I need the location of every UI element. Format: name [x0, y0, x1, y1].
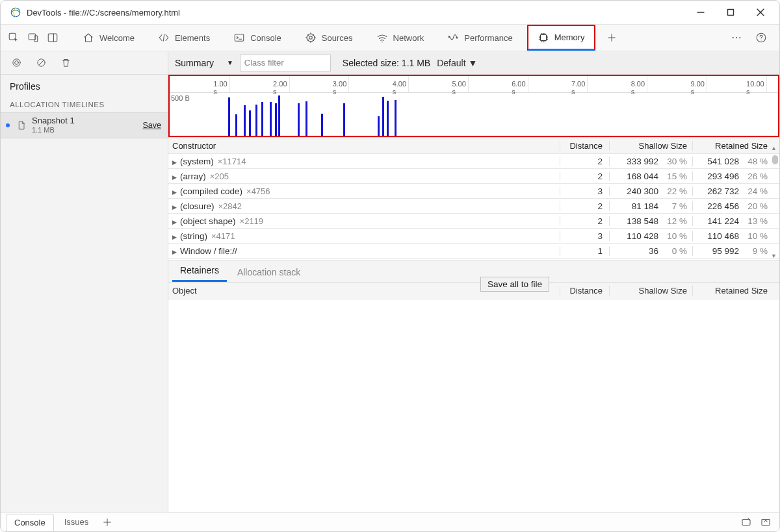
table-row[interactable]: ▶(system)×117142333 99230 %541 02848 % [168, 154, 779, 169]
svg-point-42 [12, 59, 20, 66]
base-snapshot-dropdown[interactable]: Default ▼ [437, 58, 477, 68]
table-row[interactable]: ▶(compiled code)×47563240 30022 %262 732… [168, 184, 779, 199]
allocation-bar [387, 101, 389, 136]
tab-network[interactable]: Network [367, 25, 434, 51]
delete-icon[interactable] [57, 54, 75, 72]
drawer-tab-console[interactable]: Console [6, 514, 54, 531]
table-row[interactable]: ▶(string)×41713110 42810 %110 46810 % [168, 229, 779, 244]
help-icon[interactable] [752, 29, 770, 47]
constructor-grid-body: ▶(system)×117142333 99230 %541 02848 %▶(… [168, 154, 779, 260]
clear-icon[interactable] [32, 54, 50, 72]
minimize-button[interactable] [686, 2, 716, 23]
filter-toolbar: Summary ▼ Class filter Selected size: 1.… [168, 51, 779, 75]
col-retained-size[interactable]: Retained Size▲ [692, 141, 779, 151]
allocation-bar [382, 97, 384, 136]
col-retained-size[interactable]: Retained Size [692, 286, 779, 296]
drawer-tab-issues[interactable]: Issues [57, 514, 97, 530]
profiles-heading: Profiles [1, 75, 168, 95]
class-filter-input[interactable]: Class filter [240, 55, 331, 71]
svg-line-18 [307, 40, 309, 41]
allocation-bar [249, 110, 251, 136]
window-frame: DevTools - file:///C:/screens/memory.htm… [0, 0, 780, 532]
allocation-bar [306, 101, 307, 136]
view-dropdown[interactable]: Summary ▼ [168, 51, 240, 74]
tab-elements[interactable]: Elements [149, 25, 219, 51]
dock-side-icon[interactable] [44, 29, 62, 47]
timeline-tick: 9.00 s [707, 76, 707, 93]
col-shallow-size[interactable]: Shallow Size [609, 286, 692, 296]
caret-down-icon: ▼ [469, 58, 478, 68]
constructor-grid-header: Constructor Distance Shallow Size Retain… [168, 137, 779, 154]
table-row[interactable]: ▶(object shape)×21192138 54812 %141 2241… [168, 214, 779, 229]
allocation-bar [343, 103, 345, 136]
tab-sources[interactable]: Sources [296, 25, 362, 51]
table-row[interactable]: ▶(array)×2052168 04415 %293 49626 % [168, 169, 779, 184]
svg-point-41 [760, 40, 761, 40]
tab-memory[interactable]: Memory [527, 25, 595, 51]
tab-performance[interactable]: Performance [438, 25, 521, 51]
retainers-grid-header: Object Distance Shallow Size Retained Si… [168, 283, 779, 299]
col-distance[interactable]: Distance [560, 141, 609, 151]
timeline-tick: 3.00 s [348, 76, 349, 93]
title-bar: DevTools - file:///C:/screens/memory.htm… [1, 1, 779, 24]
allocation-bar [255, 105, 257, 136]
svg-point-0 [11, 8, 20, 17]
main-area: Profiles ALLOCATION TIMELINES Snapshot 1… [1, 51, 779, 512]
snapshot-item[interactable]: Snapshot 1 1.1 MB Save [1, 112, 168, 138]
add-tab-button[interactable] [601, 25, 623, 51]
device-toolbar-icon[interactable] [24, 29, 42, 47]
heap-snapshot-icon [16, 120, 27, 131]
more-rows-icon: ▼ [771, 253, 777, 259]
svg-line-17 [313, 35, 314, 36]
allocation-bar [395, 100, 396, 136]
table-row[interactable]: ▶(closure)×2842281 1847 %226 45620 % [168, 199, 779, 214]
selection-dot-icon [6, 123, 10, 127]
inspect-element-icon[interactable] [5, 29, 23, 47]
allocation-bar [270, 102, 272, 136]
record-icon[interactable] [7, 54, 25, 72]
timeline-tick: 8.00 s [647, 76, 647, 93]
snapshot-name: Snapshot 1 [32, 116, 138, 126]
timeline-tick: 10.00 s [766, 76, 767, 93]
timeline-tick: 6.00 s [528, 76, 528, 93]
window-title: DevTools - file:///C:/screens/memory.htm… [27, 8, 180, 18]
timeline-tick: 4.00 s [408, 76, 409, 93]
svg-rect-6 [29, 34, 36, 40]
tab-welcome[interactable]: Welcome [73, 25, 144, 51]
allocation-timelines-caption: ALLOCATION TIMELINES [1, 95, 168, 112]
drawer-toolbar: Console Issues [1, 512, 779, 531]
col-constructor[interactable]: Constructor [168, 141, 560, 151]
timeline-tick: 2.00 s [289, 76, 290, 93]
svg-rect-48 [742, 519, 750, 525]
svg-rect-22 [540, 34, 546, 40]
timeline-tick: 1.00 s [229, 76, 230, 93]
svg-point-43 [14, 61, 18, 65]
allocation-bar [244, 105, 246, 136]
close-button[interactable] [746, 2, 775, 23]
table-row[interactable]: ▶Window / file://1360 %95 9929 % [168, 244, 779, 259]
tab-console[interactable]: Console [224, 25, 291, 51]
svg-rect-8 [48, 34, 57, 42]
more-tools-icon[interactable] [727, 29, 746, 47]
detail-subtabs: Retainers Allocation stack [168, 260, 779, 283]
issues-indicator-icon[interactable] [738, 514, 755, 531]
allocation-bar [298, 103, 300, 136]
col-distance[interactable]: Distance [560, 286, 609, 296]
tab-allocation-stack[interactable]: Allocation stack [229, 262, 308, 282]
context-tooltip: Save all to file [480, 277, 549, 292]
svg-line-10 [163, 34, 164, 42]
expand-drawer-icon[interactable] [757, 514, 774, 531]
timeline-tick: 5.00 s [468, 76, 469, 93]
add-drawer-tab-icon[interactable] [99, 514, 116, 531]
svg-line-15 [307, 35, 309, 36]
maximize-button[interactable] [716, 2, 746, 23]
save-snapshot-link[interactable]: Save [143, 121, 162, 130]
allocation-bar [378, 116, 380, 136]
tab-retainers[interactable]: Retainers [172, 260, 227, 282]
svg-rect-2 [728, 10, 734, 16]
col-shallow-size[interactable]: Shallow Size [609, 141, 692, 151]
allocation-timeline-overview[interactable]: 1.00 s2.00 s3.00 s4.00 s5.00 s6.00 s7.00… [168, 75, 779, 137]
timeline-tick: 7.00 s [587, 76, 588, 93]
svg-line-16 [313, 40, 314, 41]
caret-down-icon: ▼ [227, 59, 233, 66]
